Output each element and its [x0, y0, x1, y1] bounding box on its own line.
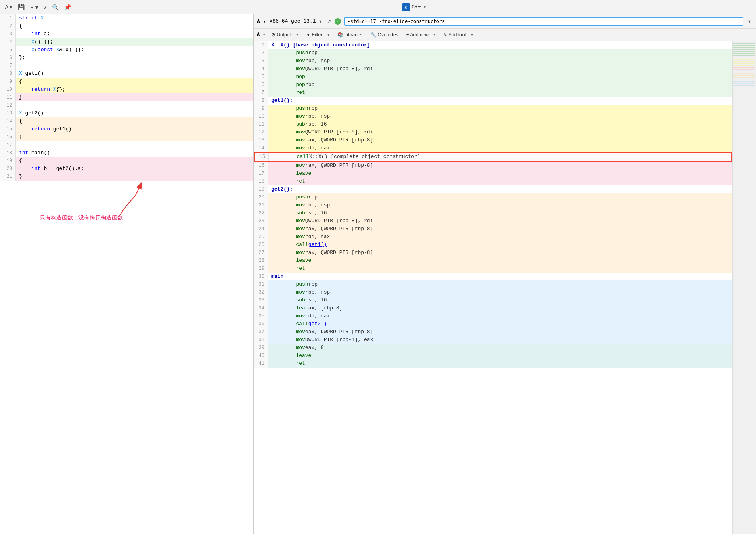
asm-label: get2(): [271, 185, 293, 193]
svg-rect-15 [733, 69, 755, 70]
asm-line-content: movQWORD PTR [rbp-8], rdi [268, 128, 732, 136]
toolbar-a-button[interactable]: A ▾ [3, 3, 14, 11]
line-content: X(const X& x) {}; [16, 46, 253, 54]
asm-operand: eax, 0 [305, 344, 324, 352]
asm-line-content: subrsp, 16 [268, 209, 732, 217]
asm-instruction: ret [271, 360, 305, 368]
svg-rect-6 [733, 49, 755, 50]
asm-label: get1(): [271, 97, 293, 105]
asm-line-number: 9 [254, 105, 268, 113]
asm-line-number: 10 [254, 113, 268, 120]
asm-line-number: 2 [254, 49, 268, 57]
asm-line-number: 1 [254, 41, 268, 49]
asm-line-number: 28 [254, 257, 268, 265]
source-panel: 1struct X2{3 int a;4 X() {};5 X(const X&… [0, 14, 254, 534]
source-line-3: 3 int a; [0, 30, 253, 38]
asm-operand[interactable]: get1() [308, 241, 327, 249]
compiler-dropdown[interactable]: ▾ [317, 17, 323, 25]
asm-line-12: 12 movQWORD PTR [rbp-8], rdi [254, 128, 732, 136]
assembly-lines: 1X::X() [base object constructor]:2 push… [254, 41, 732, 368]
overrides-btn[interactable]: 🔧 Overrides [368, 31, 401, 38]
asm-line-number: 35 [254, 312, 268, 320]
line-number: 7 [0, 62, 16, 70]
asm-line-29: 29 ret [254, 265, 732, 273]
a-label: A ▾ [257, 18, 266, 25]
line-number: 21 [0, 173, 16, 181]
source-code-area: 1struct X2{3 int a;4 X() {};5 X(const X&… [0, 14, 253, 181]
asm-line-33: 33 subrsp, 16 [254, 296, 732, 304]
add-new-btn[interactable]: + Add new... ▾ [404, 31, 438, 38]
compiler-external-link[interactable]: ↗ [325, 17, 333, 25]
libraries-btn[interactable]: 📚 Libraries [335, 31, 365, 38]
source-line-15: 15 return get1(); [0, 125, 253, 133]
source-line-6: 6}; [0, 54, 253, 62]
source-line-11: 11} [0, 93, 253, 101]
source-line-7: 7 [0, 62, 253, 70]
asm-line-24: 24 movrax, QWORD PTR [rbp-8] [254, 225, 732, 233]
output-btn[interactable]: ⚙ Output... ▾ [269, 31, 300, 38]
asm-instruction: mov [271, 65, 305, 73]
svg-rect-14 [733, 67, 755, 68]
asm-instruction: mov [271, 288, 305, 296]
asm-line-number: 3 [254, 57, 268, 65]
asm-operand: QWORD PTR [rbp-8], rdi [305, 128, 373, 136]
line-number: 12 [0, 101, 16, 109]
asm-line-38: 38 movDWORD PTR [rbp-4], eax [254, 336, 732, 344]
flags-dropdown-btn[interactable]: ▾ [746, 17, 753, 25]
asm-line-number: 32 [254, 288, 268, 296]
asm-operand: eax, DWORD PTR [rbp-8] [305, 328, 373, 336]
toolbar-v-button[interactable]: v [42, 3, 48, 11]
filter-btn[interactable]: ▼ Filter... ▾ [304, 31, 332, 38]
asm-line-18: 18 ret [254, 177, 732, 185]
asm-instruction: ret [271, 177, 305, 185]
asm-operand: rbp, rsp [305, 201, 330, 209]
asm-instruction: mov [271, 144, 305, 152]
asm-label: X::X() [base object constructor]: [271, 41, 373, 49]
assembly-panel: A ▾ x86-64 gcc 13.1 ▾ ↗ ✓ ▾ A ▾ ⚙ Output… [254, 14, 756, 534]
asm-line-content: pushrbp [268, 193, 732, 201]
asm-instruction: mov [271, 162, 305, 170]
asm-line-content: subrsp, 16 [268, 120, 732, 128]
asm-line-content: subrsp, 16 [268, 296, 732, 304]
asm-line-1: 1X::X() [base object constructor]: [254, 41, 732, 49]
asm-line-7: 7 ret [254, 89, 732, 97]
asm-line-content: movrax, QWORD PTR [rbp-8] [268, 136, 732, 144]
asm-line-28: 28 leave [254, 257, 732, 265]
svg-rect-12 [733, 63, 755, 64]
asm-line-number: 23 [254, 217, 268, 225]
asm-instruction: mov [271, 201, 305, 209]
asm-line-3: 3 movrbp, rsp [254, 57, 732, 65]
asm-line-number: 29 [254, 265, 268, 273]
asm-operand[interactable]: get2() [308, 320, 327, 328]
svg-rect-21 [733, 85, 755, 86]
asm-line-number: 36 [254, 320, 268, 328]
compiler-flags-input[interactable] [344, 17, 743, 26]
toolbar-search-button[interactable]: 🔍 [50, 3, 60, 11]
asm-line-number: 8 [254, 97, 268, 105]
toolbar-add-button[interactable]: + ▾ [29, 3, 39, 11]
line-content: int b = get2().a; [16, 165, 253, 173]
source-line-2: 2{ [0, 22, 253, 30]
asm-line-number: 7 [254, 89, 268, 97]
asm-line-number: 6 [254, 81, 268, 89]
line-number: 2 [0, 22, 16, 30]
asm-operand: rbp, rsp [305, 113, 330, 120]
asm-line-content: callget2() [268, 320, 732, 328]
line-number: 6 [0, 54, 16, 62]
toolbar-dropdown-arrow[interactable]: ▾ [423, 4, 427, 10]
asm-line-number: 4 [254, 65, 268, 73]
line-number: 3 [0, 30, 16, 38]
asm-line-number: 34 [254, 304, 268, 312]
asm-line-number: 17 [254, 170, 268, 177]
line-content: X get2() [16, 109, 253, 117]
asm-line-content: leave [268, 257, 732, 265]
asm-line-37: 37 moveax, DWORD PTR [rbp-8] [254, 328, 732, 336]
main-toolbar: A ▾ 💾 + ▾ v 🔍 📌 C C++ ▾ [0, 0, 756, 14]
asm-line-25: 25 movrdi, rax [254, 233, 732, 241]
asm-instruction: mov [271, 225, 305, 233]
add-tool-btn[interactable]: ✎ Add tool... ▾ [441, 31, 475, 38]
asm-line-content: moveax, 0 [268, 344, 732, 352]
asm-line-number: 14 [254, 144, 268, 152]
toolbar-pin-button[interactable]: 📌 [63, 3, 73, 11]
toolbar-save-button[interactable]: 💾 [16, 3, 26, 11]
